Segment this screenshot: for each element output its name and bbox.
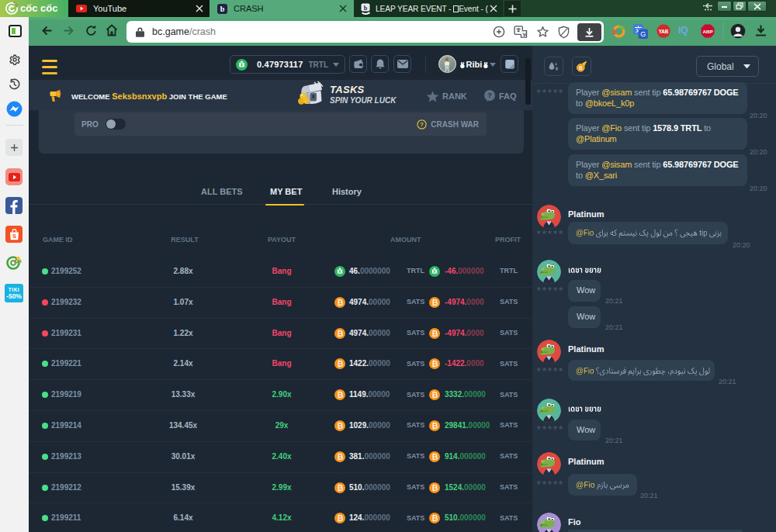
svg-text:b: b <box>364 4 368 11</box>
svg-text:b: b <box>220 5 225 13</box>
svg-text:?: ? <box>487 91 492 99</box>
svg-text:G: G <box>640 30 646 38</box>
svg-text:ABP: ABP <box>702 29 712 34</box>
svg-text:?: ? <box>420 121 424 128</box>
svg-text:B: B <box>578 64 582 70</box>
svg-text:S: S <box>12 233 16 240</box>
svg-text:YAB: YAB <box>659 29 669 34</box>
